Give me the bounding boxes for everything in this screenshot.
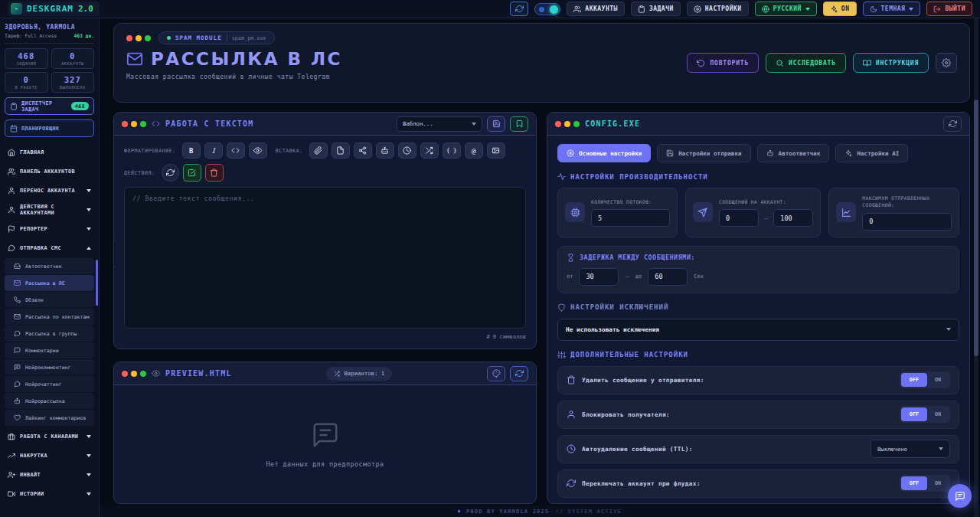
config-panel-header: CONFIG.EXE: [547, 113, 969, 136]
ai-toggle-button[interactable]: ON: [823, 2, 857, 16]
insert-file-button[interactable]: [332, 142, 350, 159]
refresh-config-button[interactable]: [943, 116, 962, 132]
italic-button[interactable]: I: [204, 142, 223, 159]
max-sent-input[interactable]: 0: [862, 213, 952, 231]
calendar-icon: [10, 125, 18, 133]
sidebar-item-accounts-panel[interactable]: ПАНЕЛЬ АККАУНТОВ: [5, 162, 94, 181]
page-scrollbar-thumb[interactable]: [974, 100, 978, 356]
sidebar-item-reporter[interactable]: РЕПОРТЕР: [5, 219, 94, 238]
exceptions-select[interactable]: Не использовать исключения: [557, 319, 959, 341]
task-dispatcher-button[interactable]: ДИСПЕТЧЕР ЗАДАЧ 468: [5, 97, 94, 115]
refresh-preview-button[interactable]: [510, 366, 528, 381]
theme-preview-button[interactable]: [487, 366, 505, 381]
logout-button[interactable]: ВЫЙТИ: [926, 2, 972, 16]
insert-media-button[interactable]: [487, 142, 505, 159]
insert-link-button[interactable]: [309, 142, 328, 159]
dispatcher-count-badge: 468: [71, 102, 89, 110]
sidebar-item-account-actions[interactable]: ДЕЙСТВИЯ С АККАУНТАМИ: [5, 200, 94, 219]
header-settings-button[interactable]: [936, 53, 957, 73]
delay-to-input[interactable]: 60: [648, 268, 688, 286]
clear-text-button[interactable]: [205, 164, 224, 182]
settings-button[interactable]: НАСТРОЙКИ: [687, 2, 749, 16]
insert-share-button[interactable]: [354, 142, 372, 159]
share-icon: [358, 146, 367, 155]
sidebar-item-comment-liking[interactable]: Лайкинг комментариев: [5, 410, 94, 426]
file-icon: [336, 146, 345, 155]
ttl-select[interactable]: Выключено: [871, 440, 950, 458]
tab-autoresponder[interactable]: Автоответчик: [757, 144, 830, 162]
tab-main-settings[interactable]: Основные настройки: [557, 144, 651, 162]
bookmark-button[interactable]: [510, 116, 528, 132]
code-button[interactable]: [227, 142, 245, 159]
sidebar-item-channels[interactable]: РАБОТА С КАНАЛАМИ: [5, 427, 94, 446]
sidebar-item-invite[interactable]: ИНВАЙТ: [5, 465, 94, 484]
per-account-min-input[interactable]: 0: [719, 209, 759, 227]
repeat-button[interactable]: ПОВТОРИТЬ: [687, 53, 759, 73]
save-template-button[interactable]: [487, 116, 505, 132]
window-dots: [126, 35, 151, 41]
insert-shuffle-button[interactable]: [420, 142, 439, 159]
insert-bot-button[interactable]: [376, 142, 394, 159]
manual-button[interactable]: ИНСТРУКЦИЯ: [853, 53, 929, 73]
tab-sending-settings[interactable]: Настройки отправки: [657, 144, 750, 162]
message-text-input[interactable]: [124, 187, 526, 329]
book-icon: [863, 59, 871, 67]
theme-toggle[interactable]: [534, 3, 560, 15]
chevron-down-icon: [946, 328, 951, 331]
sidebar-item-dm-mailing[interactable]: Рассылка в ЛС: [5, 275, 94, 291]
chevron-down-icon: [87, 473, 91, 476]
planner-button[interactable]: ПЛАНИРОВЩИК: [5, 119, 94, 137]
user-icon: [8, 206, 15, 214]
sidebar-item-neurocommenting[interactable]: Нейрокомментинг: [5, 359, 94, 375]
support-chat-button[interactable]: [948, 484, 972, 508]
flag-icon: [8, 225, 15, 233]
threads-input[interactable]: 5: [591, 209, 670, 227]
per-account-card: СООБЩЕНИЙ НА АККАУНТ: 0 — 100: [685, 188, 821, 237]
switch-account-toggle[interactable]: OFF ON: [900, 475, 950, 492]
delay-card: ЗАДЕРЖКА МЕЖДУ СООБЩЕНИЯМИ: от 30 — до 6…: [557, 246, 959, 293]
sidebar-scrollbar[interactable]: [96, 260, 98, 306]
sidebar-item-group-mailing[interactable]: Рассылка в группы: [5, 326, 94, 342]
activity-icon: [557, 172, 566, 181]
sidebar-item-stories[interactable]: ИСТОРИИ: [5, 484, 94, 503]
insert-variable-button[interactable]: { }: [443, 142, 461, 159]
sidebar-item-autoresponder[interactable]: Автоответчик: [5, 258, 94, 274]
footer-system-status: // SYSTEM ACTIVE: [555, 509, 622, 515]
template-select[interactable]: Шаблон...: [397, 116, 482, 132]
per-account-max-input[interactable]: 100: [773, 209, 813, 227]
language-dropdown[interactable]: РУССКИЙ: [755, 2, 817, 16]
threads-label: КОЛИЧЕСТВО ПОТОКОВ:: [591, 198, 670, 205]
block-recipient-toggle[interactable]: OFF ON: [900, 406, 950, 423]
theme-dropdown[interactable]: ТЕМНАЯ: [863, 2, 921, 16]
sidebar-item-comments[interactable]: Комментарии: [5, 342, 94, 358]
tab-ai-settings[interactable]: Настройки AI: [835, 144, 908, 162]
tasks-button[interactable]: ЗАДАЧИ: [631, 2, 681, 16]
sidebar-item-neurochatting[interactable]: Нейрочаттинг: [5, 376, 94, 392]
sidebar-item-home[interactable]: ГЛАВНАЯ: [5, 142, 94, 162]
page-title: РАССЫЛКА В ЛС: [151, 49, 342, 69]
clipboard-icon: [10, 103, 18, 110]
sidebar-item-account-transfer[interactable]: ПЕРЕНОС АККАУНТА: [5, 181, 94, 200]
delay-from-input[interactable]: 30: [579, 268, 619, 286]
validate-button[interactable]: [183, 164, 201, 182]
preview-empty-state: Нет данных для предпросмотра: [114, 385, 536, 503]
spoiler-button[interactable]: [249, 142, 267, 159]
sidebar-item-boosting[interactable]: НАКРУТКА: [5, 446, 94, 465]
setting-row-block-recipient: Блокировать получателя: OFF ON: [557, 401, 959, 429]
refresh-text-button[interactable]: [162, 164, 179, 182]
delete-message-toggle[interactable]: OFF ON: [900, 371, 950, 388]
bold-button[interactable]: B: [182, 142, 201, 159]
collapse-handle[interactable]: ‹: [113, 240, 115, 267]
window-dots: [122, 371, 146, 377]
refresh-button[interactable]: [510, 2, 528, 16]
minimize-dot: [136, 35, 142, 41]
exceptions-section-title: НАСТРОЙКИ ИСКЛЮЧЕНИЙ: [557, 303, 959, 312]
insert-time-button[interactable]: [398, 142, 416, 159]
research-button[interactable]: ИССЛЕДОВАТЬ: [766, 53, 846, 73]
sidebar-item-calls[interactable]: Обзвон: [5, 292, 94, 308]
sidebar-item-neuromailing[interactable]: Нейрорассылка: [5, 393, 94, 409]
insert-mention-button[interactable]: @: [465, 142, 483, 159]
sidebar-item-sms-sending[interactable]: ОТПРАВКА СМС: [5, 238, 94, 257]
sidebar-item-contact-mailing[interactable]: Рассылка по контактам: [5, 309, 94, 325]
accounts-button[interactable]: АККАУНТЫ: [567, 2, 625, 16]
